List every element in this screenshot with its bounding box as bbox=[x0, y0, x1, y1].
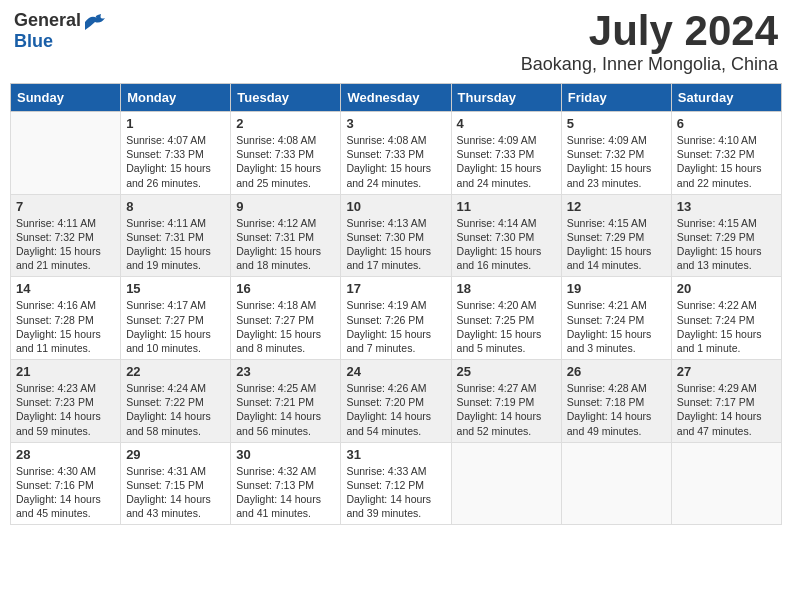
day-number: 18 bbox=[457, 281, 556, 296]
calendar-day-cell: 28Sunrise: 4:30 AM Sunset: 7:16 PM Dayli… bbox=[11, 442, 121, 525]
header-friday: Friday bbox=[561, 84, 671, 112]
day-number: 25 bbox=[457, 364, 556, 379]
day-info: Sunrise: 4:32 AM Sunset: 7:13 PM Dayligh… bbox=[236, 464, 335, 521]
calendar-day-cell: 29Sunrise: 4:31 AM Sunset: 7:15 PM Dayli… bbox=[121, 442, 231, 525]
day-number: 22 bbox=[126, 364, 225, 379]
day-number: 26 bbox=[567, 364, 666, 379]
header-saturday: Saturday bbox=[671, 84, 781, 112]
day-info: Sunrise: 4:13 AM Sunset: 7:30 PM Dayligh… bbox=[346, 216, 445, 273]
day-info: Sunrise: 4:30 AM Sunset: 7:16 PM Dayligh… bbox=[16, 464, 115, 521]
day-number: 11 bbox=[457, 199, 556, 214]
day-number: 21 bbox=[16, 364, 115, 379]
day-number: 5 bbox=[567, 116, 666, 131]
day-info: Sunrise: 4:27 AM Sunset: 7:19 PM Dayligh… bbox=[457, 381, 556, 438]
calendar-table: SundayMondayTuesdayWednesdayThursdayFrid… bbox=[10, 83, 782, 525]
calendar-day-cell: 24Sunrise: 4:26 AM Sunset: 7:20 PM Dayli… bbox=[341, 360, 451, 443]
header-tuesday: Tuesday bbox=[231, 84, 341, 112]
day-info: Sunrise: 4:15 AM Sunset: 7:29 PM Dayligh… bbox=[567, 216, 666, 273]
calendar-day-cell: 17Sunrise: 4:19 AM Sunset: 7:26 PM Dayli… bbox=[341, 277, 451, 360]
calendar-header-row: SundayMondayTuesdayWednesdayThursdayFrid… bbox=[11, 84, 782, 112]
day-number: 23 bbox=[236, 364, 335, 379]
calendar-day-cell: 22Sunrise: 4:24 AM Sunset: 7:22 PM Dayli… bbox=[121, 360, 231, 443]
day-number: 31 bbox=[346, 447, 445, 462]
calendar-day-cell bbox=[671, 442, 781, 525]
day-number: 10 bbox=[346, 199, 445, 214]
header-wednesday: Wednesday bbox=[341, 84, 451, 112]
day-info: Sunrise: 4:22 AM Sunset: 7:24 PM Dayligh… bbox=[677, 298, 776, 355]
day-number: 13 bbox=[677, 199, 776, 214]
logo-bird-icon bbox=[83, 12, 105, 30]
day-info: Sunrise: 4:25 AM Sunset: 7:21 PM Dayligh… bbox=[236, 381, 335, 438]
day-number: 14 bbox=[16, 281, 115, 296]
day-info: Sunrise: 4:11 AM Sunset: 7:31 PM Dayligh… bbox=[126, 216, 225, 273]
calendar-week-row: 21Sunrise: 4:23 AM Sunset: 7:23 PM Dayli… bbox=[11, 360, 782, 443]
calendar-day-cell: 1Sunrise: 4:07 AM Sunset: 7:33 PM Daylig… bbox=[121, 112, 231, 195]
day-info: Sunrise: 4:28 AM Sunset: 7:18 PM Dayligh… bbox=[567, 381, 666, 438]
day-number: 24 bbox=[346, 364, 445, 379]
day-info: Sunrise: 4:20 AM Sunset: 7:25 PM Dayligh… bbox=[457, 298, 556, 355]
day-info: Sunrise: 4:16 AM Sunset: 7:28 PM Dayligh… bbox=[16, 298, 115, 355]
calendar-week-row: 14Sunrise: 4:16 AM Sunset: 7:28 PM Dayli… bbox=[11, 277, 782, 360]
logo: General Blue bbox=[14, 10, 105, 52]
calendar-week-row: 28Sunrise: 4:30 AM Sunset: 7:16 PM Dayli… bbox=[11, 442, 782, 525]
day-number: 7 bbox=[16, 199, 115, 214]
day-number: 2 bbox=[236, 116, 335, 131]
calendar-day-cell: 30Sunrise: 4:32 AM Sunset: 7:13 PM Dayli… bbox=[231, 442, 341, 525]
day-info: Sunrise: 4:09 AM Sunset: 7:33 PM Dayligh… bbox=[457, 133, 556, 190]
day-number: 16 bbox=[236, 281, 335, 296]
calendar-day-cell: 23Sunrise: 4:25 AM Sunset: 7:21 PM Dayli… bbox=[231, 360, 341, 443]
calendar-day-cell: 7Sunrise: 4:11 AM Sunset: 7:32 PM Daylig… bbox=[11, 194, 121, 277]
day-info: Sunrise: 4:24 AM Sunset: 7:22 PM Dayligh… bbox=[126, 381, 225, 438]
day-info: Sunrise: 4:29 AM Sunset: 7:17 PM Dayligh… bbox=[677, 381, 776, 438]
day-info: Sunrise: 4:12 AM Sunset: 7:31 PM Dayligh… bbox=[236, 216, 335, 273]
day-number: 17 bbox=[346, 281, 445, 296]
day-number: 9 bbox=[236, 199, 335, 214]
day-info: Sunrise: 4:08 AM Sunset: 7:33 PM Dayligh… bbox=[346, 133, 445, 190]
day-number: 1 bbox=[126, 116, 225, 131]
calendar-week-row: 7Sunrise: 4:11 AM Sunset: 7:32 PM Daylig… bbox=[11, 194, 782, 277]
day-info: Sunrise: 4:07 AM Sunset: 7:33 PM Dayligh… bbox=[126, 133, 225, 190]
day-number: 15 bbox=[126, 281, 225, 296]
day-info: Sunrise: 4:26 AM Sunset: 7:20 PM Dayligh… bbox=[346, 381, 445, 438]
calendar-day-cell: 12Sunrise: 4:15 AM Sunset: 7:29 PM Dayli… bbox=[561, 194, 671, 277]
day-number: 27 bbox=[677, 364, 776, 379]
day-info: Sunrise: 4:19 AM Sunset: 7:26 PM Dayligh… bbox=[346, 298, 445, 355]
calendar-day-cell: 2Sunrise: 4:08 AM Sunset: 7:33 PM Daylig… bbox=[231, 112, 341, 195]
calendar-day-cell: 16Sunrise: 4:18 AM Sunset: 7:27 PM Dayli… bbox=[231, 277, 341, 360]
day-info: Sunrise: 4:17 AM Sunset: 7:27 PM Dayligh… bbox=[126, 298, 225, 355]
day-number: 12 bbox=[567, 199, 666, 214]
day-number: 6 bbox=[677, 116, 776, 131]
day-info: Sunrise: 4:10 AM Sunset: 7:32 PM Dayligh… bbox=[677, 133, 776, 190]
calendar-day-cell bbox=[11, 112, 121, 195]
day-info: Sunrise: 4:33 AM Sunset: 7:12 PM Dayligh… bbox=[346, 464, 445, 521]
calendar-day-cell: 8Sunrise: 4:11 AM Sunset: 7:31 PM Daylig… bbox=[121, 194, 231, 277]
month-title: July 2024 bbox=[521, 10, 778, 52]
day-number: 29 bbox=[126, 447, 225, 462]
day-info: Sunrise: 4:09 AM Sunset: 7:32 PM Dayligh… bbox=[567, 133, 666, 190]
calendar-day-cell: 3Sunrise: 4:08 AM Sunset: 7:33 PM Daylig… bbox=[341, 112, 451, 195]
calendar-day-cell: 4Sunrise: 4:09 AM Sunset: 7:33 PM Daylig… bbox=[451, 112, 561, 195]
logo-blue-text: Blue bbox=[14, 31, 53, 52]
day-number: 3 bbox=[346, 116, 445, 131]
calendar-day-cell: 20Sunrise: 4:22 AM Sunset: 7:24 PM Dayli… bbox=[671, 277, 781, 360]
calendar-day-cell: 26Sunrise: 4:28 AM Sunset: 7:18 PM Dayli… bbox=[561, 360, 671, 443]
day-number: 28 bbox=[16, 447, 115, 462]
calendar-day-cell: 11Sunrise: 4:14 AM Sunset: 7:30 PM Dayli… bbox=[451, 194, 561, 277]
logo-general-text: General bbox=[14, 10, 81, 31]
calendar-day-cell: 10Sunrise: 4:13 AM Sunset: 7:30 PM Dayli… bbox=[341, 194, 451, 277]
calendar-day-cell: 9Sunrise: 4:12 AM Sunset: 7:31 PM Daylig… bbox=[231, 194, 341, 277]
day-info: Sunrise: 4:11 AM Sunset: 7:32 PM Dayligh… bbox=[16, 216, 115, 273]
calendar-week-row: 1Sunrise: 4:07 AM Sunset: 7:33 PM Daylig… bbox=[11, 112, 782, 195]
calendar-day-cell: 13Sunrise: 4:15 AM Sunset: 7:29 PM Dayli… bbox=[671, 194, 781, 277]
day-number: 19 bbox=[567, 281, 666, 296]
day-number: 8 bbox=[126, 199, 225, 214]
calendar-day-cell: 15Sunrise: 4:17 AM Sunset: 7:27 PM Dayli… bbox=[121, 277, 231, 360]
calendar-day-cell: 18Sunrise: 4:20 AM Sunset: 7:25 PM Dayli… bbox=[451, 277, 561, 360]
location-subtitle: Baokang, Inner Mongolia, China bbox=[521, 54, 778, 75]
day-info: Sunrise: 4:18 AM Sunset: 7:27 PM Dayligh… bbox=[236, 298, 335, 355]
day-info: Sunrise: 4:23 AM Sunset: 7:23 PM Dayligh… bbox=[16, 381, 115, 438]
calendar-day-cell: 25Sunrise: 4:27 AM Sunset: 7:19 PM Dayli… bbox=[451, 360, 561, 443]
calendar-day-cell: 19Sunrise: 4:21 AM Sunset: 7:24 PM Dayli… bbox=[561, 277, 671, 360]
header-monday: Monday bbox=[121, 84, 231, 112]
day-info: Sunrise: 4:14 AM Sunset: 7:30 PM Dayligh… bbox=[457, 216, 556, 273]
